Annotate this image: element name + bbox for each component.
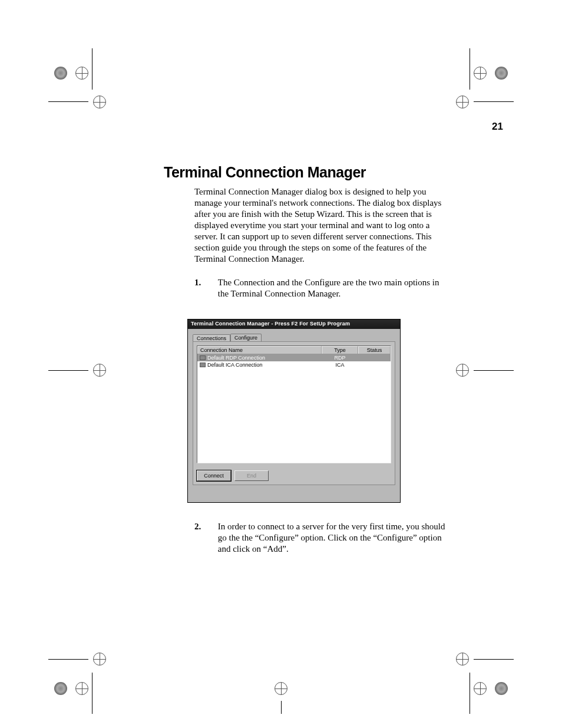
end-button[interactable]: End [234, 470, 269, 481]
button-row: Connect End [197, 470, 269, 481]
row-status [358, 361, 391, 368]
row-name: Default RDP Connection [207, 355, 265, 361]
col-connection-name[interactable]: Connection Name [197, 346, 322, 354]
row-type: ICA [322, 361, 358, 368]
step-1-number: 1. [194, 277, 216, 288]
col-type[interactable]: Type [322, 346, 358, 354]
terminal-connection-manager-dialog: Terminal Connection Manager - Press F2 F… [187, 319, 401, 503]
row-type: RDP [322, 354, 358, 361]
list-header: Connection Name Type Status [197, 346, 391, 354]
tab-configure[interactable]: Configure [230, 334, 262, 341]
step-1: 1. The Connection and the Configure are … [194, 277, 448, 299]
page-number: 21 [492, 121, 503, 133]
dialog-titlebar: Terminal Connection Manager - Press F2 F… [188, 319, 400, 329]
connection-icon [200, 363, 206, 367]
list-row[interactable]: Default ICA Connection ICA [197, 361, 391, 368]
step-1-text: The Connection and the Configure are the… [218, 277, 447, 299]
tab-strip: Connections Configure [193, 332, 400, 341]
tab-panel: Connection Name Type Status Default RDP … [193, 341, 395, 485]
step-2-number: 2. [194, 521, 216, 532]
row-status [358, 354, 391, 361]
list-row[interactable]: Default RDP Connection RDP [197, 354, 391, 361]
row-name: Default ICA Connection [207, 362, 263, 368]
step-2: 2. In order to connect to a server for t… [194, 521, 448, 555]
connect-button[interactable]: Connect [197, 470, 231, 481]
section-title: Terminal Connection Manager [164, 164, 366, 181]
step-2-text: In order to connect to a server for the … [218, 521, 447, 555]
connection-icon [200, 355, 206, 360]
connection-list[interactable]: Connection Name Type Status Default RDP … [197, 345, 391, 463]
intro-paragraph: Terminal Connection Manager dialog box i… [194, 186, 445, 265]
col-status[interactable]: Status [358, 346, 391, 354]
